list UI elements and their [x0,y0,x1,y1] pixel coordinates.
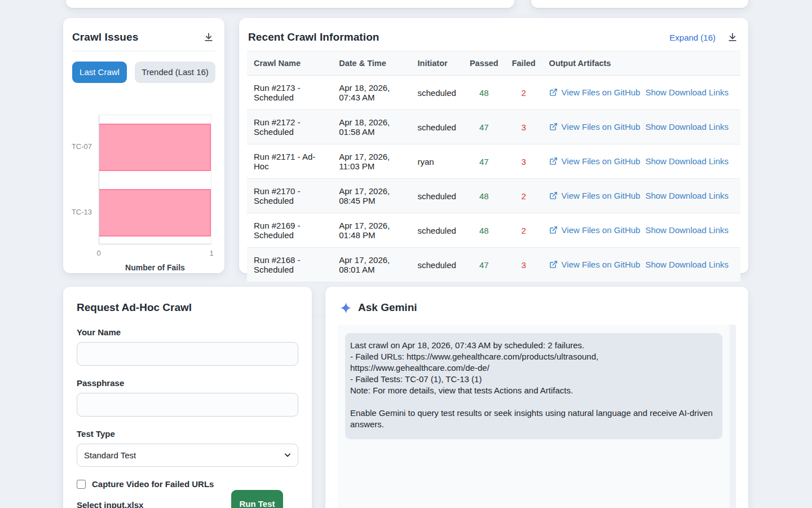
crawl-issues-title: Crawl Issues [72,31,138,43]
crawl-name-cell: Run #2168 - Scheduled [247,248,332,282]
test-type-select[interactable]: Standard Test [77,444,298,467]
datetime-cell: Apr 17, 2026, 08:01 AM [332,248,411,282]
recent-crawl-title: Recent Crawl Information [248,31,379,43]
passed-cell: 48 [463,179,505,213]
crawl-issues-header: Crawl Issues [72,18,215,51]
view-files-github-link[interactable]: View Files on GitHub [562,260,641,269]
gemini-sparkle-icon [340,302,352,314]
chart-bar[interactable] [99,189,211,237]
show-download-links-link[interactable]: Show Download Links [645,225,729,235]
initiator-cell: scheduled [411,179,463,213]
passphrase-label: Passphrase [77,378,298,388]
crawl-name-cell: Run #2169 - Scheduled [247,213,332,248]
failed-cell: 3 [505,110,542,144]
chart-plot-area [99,115,211,244]
initiator-cell: scheduled [411,110,463,144]
gemini-title: Ask Gemini [358,301,417,314]
crawl-table-body: Run #2173 - ScheduledApr 18, 2026, 07:43… [247,76,740,317]
show-download-links-link[interactable]: Show Download Links [645,87,729,97]
view-files-github-link[interactable]: View Files on GitHub [562,87,641,97]
capture-video-row: Capture Video for Failed URLs [77,479,298,489]
tab-last-crawl[interactable]: Last Crawl [72,62,127,83]
gemini-response-area: Last crawl on Apr 18, 2026, 07:43 AM by … [338,325,736,508]
external-link-icon [549,122,558,133]
artifacts-cell: View Files on GitHubShow Download Links [542,213,740,248]
capture-video-checkbox[interactable] [77,480,86,489]
capture-video-label: Capture Video for Failed URLs [92,479,214,489]
artifacts-cell: View Files on GitHubShow Download Links [542,179,740,213]
datetime-cell: Apr 17, 2026, 01:48 PM [332,213,411,248]
chart-category-label: TC-13 [63,208,92,216]
chart-x-tick: 1 [209,249,213,257]
crawl-name-cell: Run #2170 - Scheduled [247,179,332,213]
ask-gemini-card: Ask Gemini Last crawl on Apr 18, 2026, 0… [325,287,748,508]
download-icon[interactable] [202,30,215,44]
chart-xticks: 01 [99,249,211,258]
column-header: Date & Time [332,51,411,76]
gemini-response-message: Last crawl on Apr 18, 2026, 07:43 AM by … [345,333,722,439]
table-row: Run #2172 - ScheduledApr 18, 2026, 01:58… [247,110,740,144]
table-row: Run #2168 - ScheduledApr 17, 2026, 08:01… [247,248,740,282]
your-name-label: Your Name [77,327,298,337]
top-card-partial-left [66,0,514,8]
tab-trended[interactable]: Trended (Last 16) [135,62,215,83]
artifacts-cell: View Files on GitHubShow Download Links [542,248,740,282]
chart-category-label: TC-07 [63,142,92,151]
download-icon[interactable] [726,30,739,44]
test-type-label: Test Type [77,429,298,439]
column-header: Passed [463,51,505,76]
external-link-icon [549,226,558,236]
external-link-icon [549,260,558,270]
view-files-github-link[interactable]: View Files on GitHub [562,122,641,132]
artifacts-cell: View Files on GitHubShow Download Links [542,110,740,144]
gemini-scrollbar[interactable] [730,325,736,508]
view-files-github-link[interactable]: View Files on GitHub [562,156,641,166]
crawl-name-cell: Run #2173 - Scheduled [247,76,332,110]
adhoc-crawl-card: Request Ad-Hoc Crawl Your Name Passphras… [63,287,312,508]
column-header: Crawl Name [247,51,332,76]
recent-crawl-actions: Expand (16) [669,30,739,44]
external-link-icon [549,157,558,167]
table-row: Run #2170 - ScheduledApr 17, 2026, 08:45… [247,179,740,213]
passed-cell: 48 [463,76,505,110]
crawl-name-cell: Run #2171 - Ad-Hoc [247,144,332,179]
recent-crawl-header: Recent Crawl Information Expand (16) [239,18,748,51]
column-header: Output Artifacts [542,51,740,76]
view-files-github-link[interactable]: View Files on GitHub [562,225,641,235]
initiator-cell: scheduled [411,213,463,248]
passed-cell: 47 [463,144,505,179]
initiator-cell: ryan [411,144,463,179]
initiator-cell: scheduled [411,248,463,282]
run-test-button[interactable]: Run Test [231,490,283,508]
show-download-links-link[interactable]: Show Download Links [645,122,729,132]
column-header: Initiator [411,51,463,76]
failed-cell: 3 [505,248,542,282]
passphrase-field[interactable] [77,393,298,417]
datetime-cell: Apr 18, 2026, 07:43 AM [332,76,411,110]
expand-link[interactable]: Expand (16) [669,33,716,42]
column-header: Failed [505,51,542,76]
failed-cell: 2 [505,179,542,213]
show-download-links-link[interactable]: Show Download Links [645,191,729,200]
crawl-name-cell: Run #2172 - Scheduled [247,110,332,144]
show-download-links-link[interactable]: Show Download Links [645,156,729,166]
passed-cell: 47 [463,110,505,144]
datetime-cell: Apr 17, 2026, 11:03 PM [332,144,411,179]
gemini-header: Ask Gemini [325,287,748,322]
recent-crawl-card: Recent Crawl Information Expand (16) Cra… [239,18,748,273]
show-download-links-link[interactable]: Show Download Links [645,260,729,269]
table-row: Run #2173 - ScheduledApr 18, 2026, 07:43… [247,76,740,110]
chart-bar[interactable] [99,124,211,171]
datetime-cell: Apr 18, 2026, 01:58 AM [332,110,411,144]
crawl-issues-card: Crawl Issues Last Crawl Trended (Last 16… [63,18,224,273]
crawl-table: Crawl NameDate & TimeInitiatorPassedFail… [247,51,740,317]
chart-x-tick: 0 [96,249,100,257]
fails-bar-chart: TC-07TC-13 01 Number of Fails [63,115,224,273]
view-files-github-link[interactable]: View Files on GitHub [562,191,641,200]
artifacts-cell: View Files on GitHubShow Download Links [542,144,740,179]
adhoc-title: Request Ad-Hoc Crawl [77,301,298,314]
external-link-icon [549,191,558,202]
datetime-cell: Apr 17, 2026, 08:45 PM [332,179,411,213]
artifacts-cell: View Files on GitHubShow Download Links [542,76,740,110]
your-name-field[interactable] [77,342,298,366]
